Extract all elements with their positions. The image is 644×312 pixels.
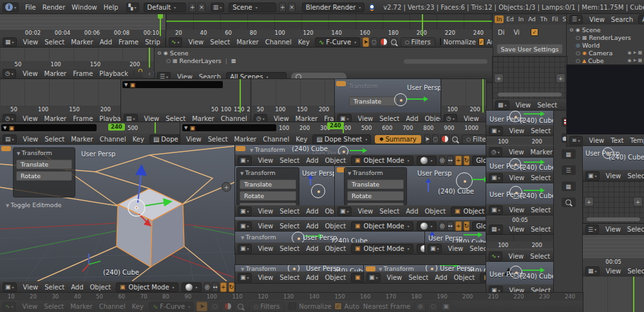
z-axis-arrow[interactable]	[428, 180, 429, 192]
menu-item[interactable]: View	[255, 274, 277, 281]
ghost-icon-button-2[interactable]: ◌	[428, 302, 439, 311]
menu-item[interactable]: Select	[41, 303, 67, 310]
horizontal-scrollbar[interactable]	[404, 59, 488, 64]
render-result-icon[interactable]: ▩	[231, 58, 236, 64]
tab-editing[interactable]: Ed	[504, 15, 515, 23]
menu-item[interactable]: Select	[376, 208, 402, 215]
menu-item[interactable]: Window	[68, 4, 100, 11]
menu-item[interactable]: Select	[534, 102, 560, 109]
menu-item[interactable]: Add	[402, 115, 421, 122]
editor-type-button[interactable]: ∿	[169, 37, 182, 47]
menu-item[interactable]: Channel	[96, 303, 129, 310]
dope-channel-bar[interactable]: ▼▣	[1, 124, 97, 131]
y-axis-arrow[interactable]	[350, 150, 365, 151]
editor-type-button[interactable]: ▣	[238, 273, 252, 282]
transform-panel-header[interactable]: Transform	[237, 168, 299, 178]
menu-item[interactable]: Select	[624, 226, 644, 233]
ghost-icon-button[interactable]: ◌	[432, 134, 439, 144]
mode-select[interactable]: ▣Object Mode	[351, 244, 413, 253]
tab-file[interactable]: Fil	[550, 15, 560, 23]
fcurve-mode-select[interactable]: ∿F-Curve	[315, 37, 360, 47]
timeline-ruler[interactable]: 00:05	[486, 216, 554, 223]
timeline-ruler[interactable]: 100200	[486, 138, 554, 145]
sequencer-ruler[interactable]: 00:05	[583, 258, 644, 265]
menu-item[interactable]: Key	[295, 39, 313, 46]
outliner-icon-button[interactable]: ☰	[562, 165, 576, 175]
mode-select[interactable]: ▣Object Mode	[451, 206, 489, 216]
close-scene-button[interactable]: ×	[288, 3, 295, 12]
timeline-canvas[interactable]	[0, 79, 121, 106]
menu-item[interactable]: Select	[624, 268, 644, 275]
tab-system[interactable]: Sys	[561, 15, 567, 23]
dot-icon[interactable]: ○	[576, 35, 580, 41]
menu-item[interactable]: Text	[607, 137, 627, 144]
rotate-button[interactable]: Rotate	[347, 191, 404, 201]
horizontal-scrollbar[interactable]	[587, 217, 640, 221]
normalize-checkbox[interactable]	[289, 302, 296, 310]
menu-item[interactable]: View	[255, 157, 277, 164]
pivot-select[interactable]: ◎	[439, 221, 446, 231]
summary-toggle[interactable]: ●Summary	[375, 135, 421, 143]
menu-item[interactable]: View	[513, 102, 535, 109]
menu-item[interactable]: Channel	[218, 115, 251, 122]
y-axis-arrow[interactable]	[440, 265, 457, 266]
mode-select[interactable]: ▣Object Mode	[351, 273, 364, 282]
editor-type-button[interactable]: ▦	[585, 266, 600, 276]
current-frame-badge[interactable]: 240	[327, 122, 344, 129]
timeline-ruler[interactable]: 50100150200	[0, 106, 121, 113]
menu-item[interactable]: Select	[376, 115, 402, 122]
menu-item[interactable]: File	[22, 4, 39, 11]
manipulator-ring[interactable]	[311, 184, 325, 198]
menu-item[interactable]: Marker	[292, 115, 321, 122]
transform-panel-header[interactable]: Transform	[247, 145, 289, 154]
sequencer-ruler[interactable]: 00:0200:0400:0600:0800:10	[0, 30, 166, 36]
menu-item[interactable]: Select	[405, 274, 431, 281]
zoom-tool-icon[interactable]	[451, 134, 459, 144]
editor-type-button[interactable]: ▩	[495, 100, 509, 110]
menu-item[interactable]: Select	[276, 208, 303, 215]
mode-select[interactable]: ▣Object Mode	[351, 221, 413, 231]
menu-item[interactable]: Select	[276, 157, 303, 164]
editor-type-button[interactable]: ◷	[3, 69, 16, 78]
menu-item[interactable]: Select	[41, 284, 68, 291]
ghost-curves-icon[interactable]: ◌	[371, 37, 377, 47]
menu-item[interactable]: Add	[68, 284, 86, 291]
outliner-row-camera[interactable]: ○ ◉ Camera ◉ ➤ ▦	[567, 49, 644, 57]
zoom-tool-icon[interactable]	[235, 302, 246, 311]
menu-item[interactable]: Marker	[189, 115, 218, 122]
selectable-icon[interactable]: ➤	[633, 50, 637, 55]
sequencer-canvas[interactable]	[583, 235, 644, 258]
current-frame-badge[interactable]: 240	[108, 124, 125, 131]
dope-channel-bar[interactable]: ▼▣	[122, 81, 223, 88]
menu-item[interactable]: View	[603, 172, 625, 179]
toggle-editmode-panel-header[interactable]: Toggle Editmode	[3, 200, 65, 210]
horizontal-scrollbar[interactable]	[498, 93, 562, 96]
mode-select[interactable]: ▣Object Mode	[351, 156, 413, 165]
region-expand-right[interactable]: +	[556, 73, 565, 83]
menu-item[interactable]: View	[445, 245, 467, 252]
menu-item[interactable]: Add	[303, 274, 321, 281]
buoy-icon-button[interactable]	[222, 302, 233, 311]
manipulator-rotate-toggle[interactable]: ↻	[464, 156, 470, 165]
menu-item[interactable]: View	[460, 115, 482, 122]
menu-item[interactable]: View	[255, 208, 277, 215]
menu-item[interactable]: Playback	[96, 70, 131, 77]
expand-icon[interactable]: ⊖	[569, 27, 574, 33]
region-expand-left[interactable]: +	[494, 73, 504, 83]
editor-type-button[interactable]: ≡	[569, 136, 583, 145]
menu-item[interactable]: View	[603, 268, 625, 275]
graph-canvas[interactable]	[166, 14, 493, 30]
editor-type-button[interactable]: ▣	[238, 156, 252, 165]
normalize-checkbox[interactable]	[440, 38, 441, 46]
outliner-row-world[interactable]: ◎ World	[567, 41, 644, 49]
menu-item[interactable]: Select	[205, 136, 231, 143]
menu-item[interactable]: Frame	[70, 115, 96, 122]
outliner-row-cube[interactable]: ○ ▲ Cube ◉ ➤ ▦	[567, 57, 644, 64]
tab-interface[interactable]: In	[495, 15, 504, 23]
tab-addons[interactable]: Ad	[526, 15, 538, 23]
translate-button[interactable]: Translate	[347, 179, 404, 189]
menu-item[interactable]: Select	[207, 39, 233, 46]
editor-type-button[interactable]: ∿	[3, 302, 16, 311]
y-axis-arrow[interactable]	[522, 270, 543, 271]
record-icon[interactable]	[133, 69, 135, 77]
